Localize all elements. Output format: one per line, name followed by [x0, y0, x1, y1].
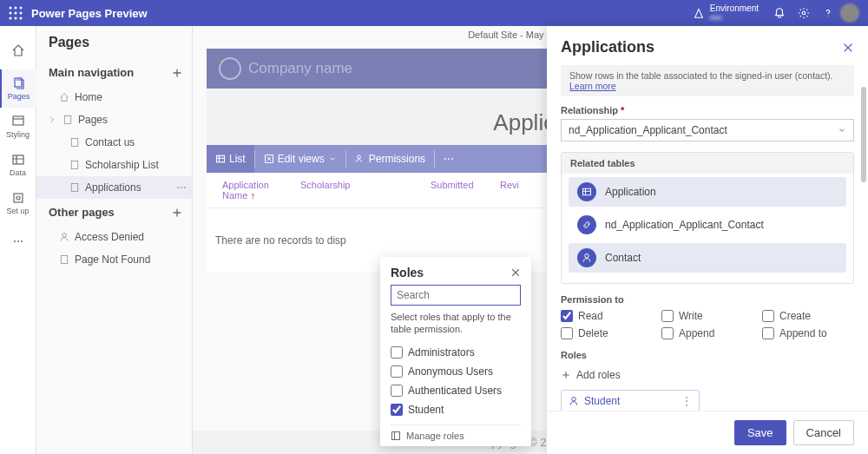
- rail-setup[interactable]: Set up: [0, 184, 36, 222]
- role-anon[interactable]: Anonymous Users: [391, 362, 521, 381]
- roles-section-label: Roles: [561, 350, 854, 360]
- svg-point-2: [20, 7, 23, 10]
- contact-icon: [577, 248, 596, 267]
- manage-roles-link[interactable]: Manage roles: [391, 424, 521, 441]
- svg-point-0: [10, 7, 12, 10]
- svg-point-5: [20, 12, 23, 15]
- relationship-select[interactable]: nd_Application_Applicant_Contact: [561, 119, 854, 141]
- chevron-down-icon: [838, 126, 846, 135]
- save-button[interactable]: Save: [734, 420, 786, 445]
- related-application[interactable]: Application: [569, 177, 846, 207]
- permission-to-label: Permission to: [561, 294, 854, 305]
- rail-home[interactable]: [0, 31, 36, 69]
- perm-write[interactable]: Write: [661, 310, 753, 322]
- svg-rect-13: [14, 194, 23, 202]
- company-name: Company name: [248, 60, 352, 77]
- left-rail: Pages Styling Data Set up: [0, 26, 36, 454]
- roles-search-input[interactable]: [391, 285, 521, 306]
- tb-list-button[interactable]: List: [207, 145, 254, 173]
- svg-rect-23: [61, 256, 68, 264]
- col-app-name[interactable]: Application Name: [222, 180, 269, 201]
- group-other: Other pages: [49, 206, 115, 219]
- svg-rect-19: [71, 139, 78, 147]
- info-strip: Show rows in the table associated to the…: [561, 65, 854, 96]
- perm-append[interactable]: Append: [661, 327, 753, 339]
- permission-grid: Read Write Create Delete Append Append t…: [561, 310, 854, 339]
- rail-more[interactable]: [0, 222, 36, 260]
- svg-point-17: [21, 240, 23, 242]
- tree-not-found[interactable]: Page Not Found: [36, 248, 192, 271]
- tree-home[interactable]: Home: [36, 86, 192, 109]
- tree-applications[interactable]: Applications⋯: [36, 176, 192, 199]
- svg-point-22: [62, 234, 67, 238]
- settings-icon[interactable]: [792, 1, 816, 25]
- svg-point-16: [17, 240, 19, 242]
- related-tables-box: Related tables Application nd_Applicatio…: [561, 152, 854, 284]
- add-roles-button[interactable]: Add roles: [561, 365, 854, 385]
- svg-point-28: [585, 254, 589, 259]
- add-other-page-icon[interactable]: [171, 207, 183, 219]
- group-main-nav: Main navigation: [49, 66, 134, 79]
- scrollbar[interactable]: [861, 87, 866, 182]
- chevron-down-icon: [328, 155, 337, 163]
- svg-point-25: [357, 155, 360, 159]
- person-icon: [569, 396, 579, 406]
- env-value: ••••: [710, 13, 759, 23]
- svg-rect-18: [64, 116, 71, 124]
- col-submitted[interactable]: Submitted: [431, 180, 474, 190]
- flyout-title: Applications: [561, 38, 654, 56]
- notifications-icon[interactable]: [767, 1, 792, 25]
- app-launcher-icon[interactable]: [9, 6, 23, 20]
- svg-point-6: [10, 17, 12, 20]
- svg-point-3: [10, 12, 12, 15]
- pages-sidepanel: Pages Main navigation Home Pages Contact…: [36, 26, 193, 454]
- role-chip-more-icon[interactable]: ⋮: [681, 395, 692, 407]
- tree-scholarship[interactable]: Scholarship List: [36, 154, 192, 176]
- role-chip-student[interactable]: Student ⋮: [561, 390, 700, 411]
- perm-delete[interactable]: Delete: [561, 327, 653, 339]
- svg-point-14: [16, 196, 20, 200]
- svg-rect-26: [392, 431, 400, 439]
- environment-icon: [693, 7, 705, 19]
- flyout-close-icon[interactable]: [842, 42, 854, 54]
- help-icon[interactable]: [816, 1, 840, 25]
- tree-item-more-icon[interactable]: ⋯: [176, 181, 187, 194]
- role-student[interactable]: Student: [391, 400, 521, 419]
- user-avatar[interactable]: [840, 3, 859, 23]
- tb-edit-views-button[interactable]: Edit views: [255, 145, 345, 173]
- perm-read[interactable]: Read: [561, 310, 653, 322]
- tb-permissions-button[interactable]: Permissions: [346, 145, 434, 173]
- add-page-icon[interactable]: [171, 67, 183, 79]
- svg-rect-21: [71, 184, 78, 192]
- col-reviewer[interactable]: Revi: [500, 180, 519, 190]
- roles-popup: Roles Select roles that apply to the tab…: [380, 257, 531, 446]
- close-icon[interactable]: [510, 267, 521, 278]
- cancel-button[interactable]: Cancel: [793, 420, 854, 445]
- col-scholarship[interactable]: Scholarship: [300, 180, 350, 190]
- tree-contact[interactable]: Contact us: [36, 131, 192, 154]
- sort-asc-icon[interactable]: ↑: [250, 190, 255, 201]
- environment-picker[interactable]: Environment ••••: [693, 3, 759, 23]
- plus-icon: [561, 370, 571, 380]
- learn-more-link[interactable]: Learn more: [569, 81, 616, 91]
- chevron-right-icon: [47, 115, 57, 125]
- rail-data[interactable]: Data: [0, 146, 36, 184]
- svg-rect-11: [13, 116, 23, 125]
- rail-pages[interactable]: Pages: [0, 69, 36, 108]
- perm-append-to[interactable]: Append to: [762, 327, 854, 339]
- role-admins[interactable]: Administrators: [391, 343, 521, 362]
- svg-rect-12: [13, 155, 23, 164]
- tree-pages[interactable]: Pages: [36, 109, 192, 131]
- svg-point-15: [14, 240, 16, 242]
- related-header: Related tables: [562, 153, 853, 174]
- role-auth[interactable]: Authenticated Users: [391, 381, 521, 400]
- expand-arrow-icon[interactable]: [210, 57, 222, 69]
- rail-styling[interactable]: Styling: [0, 108, 36, 146]
- top-bar: Power Pages Preview Environment ••••: [0, 0, 868, 26]
- related-contact[interactable]: Contact: [569, 243, 846, 273]
- perm-create[interactable]: Create: [762, 310, 854, 322]
- tb-more-button[interactable]: ⋯: [435, 145, 463, 173]
- tree-access-denied[interactable]: Access Denied: [36, 226, 192, 248]
- app-title: Power Pages Preview: [31, 7, 148, 20]
- related-link[interactable]: nd_Application_Applicant_Contact: [569, 210, 846, 240]
